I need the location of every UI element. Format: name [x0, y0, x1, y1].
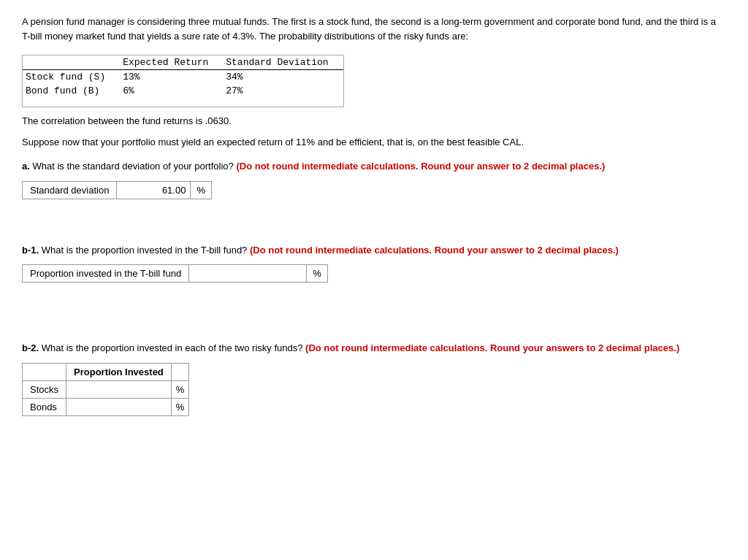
- bonds-unit: %: [171, 398, 189, 415]
- stock-fund-label: Stock fund (S): [23, 70, 120, 85]
- stocks-unit: %: [171, 380, 189, 398]
- question-b1-instruction: (Do not round intermediate calculations.…: [250, 245, 619, 256]
- proportion-header-label: Proportion Invested: [66, 363, 172, 380]
- question-b2-block: b-2. What is the proportion invested in …: [22, 341, 726, 416]
- intro-text: A pension fund manager is considering th…: [22, 15, 726, 43]
- question-b1-answer-row: Proportion invested in the T-bill fund %: [22, 264, 328, 283]
- question-b1-block: b-1. What is the proportion invested in …: [22, 243, 726, 283]
- fund-row-stock: Stock fund (S) 13% 34%: [23, 70, 343, 85]
- question-a-label: a. What is the standard deviation of you…: [22, 159, 726, 174]
- stock-fund-return: 13%: [120, 70, 223, 85]
- tbill-input-cell: [189, 265, 307, 282]
- correlation-text: The correlation between the fund returns…: [22, 115, 726, 126]
- tbill-proportion-input[interactable]: [189, 265, 306, 282]
- std-dev-label: Standard deviation: [23, 182, 117, 199]
- col-fund: [23, 55, 120, 70]
- std-dev-input-cell: [117, 182, 191, 199]
- stocks-input-cell: [66, 380, 172, 398]
- question-b2-bold-label: b-2.: [22, 342, 39, 353]
- question-a-text: What is the standard deviation of your p…: [32, 161, 233, 172]
- question-a-answer-row: Standard deviation %: [22, 181, 212, 199]
- stock-fund-stddev: 34%: [223, 70, 343, 85]
- tbill-unit: %: [307, 265, 327, 282]
- stocks-label: Stocks: [23, 380, 66, 398]
- proportion-header-empty: [23, 363, 66, 380]
- question-a-block: a. What is the standard deviation of you…: [22, 159, 726, 199]
- fund-table: Expected Return Standard Deviation Stock…: [23, 55, 343, 98]
- bonds-proportion-input[interactable]: [66, 399, 154, 415]
- bonds-input-cell: [66, 398, 172, 415]
- stocks-proportion-input[interactable]: [66, 381, 154, 398]
- proportion-table: Proportion Invested Stocks % Bonds %: [22, 363, 189, 416]
- col-expected-return: Expected Return: [120, 55, 223, 70]
- question-b2-label: b-2. What is the proportion invested in …: [22, 341, 726, 356]
- tbill-label: Proportion invested in the T-bill fund: [23, 265, 189, 282]
- question-b1-text: What is the proportion invested in the T…: [42, 245, 248, 256]
- question-a-instruction: (Do not round intermediate calculations.…: [236, 161, 605, 172]
- bonds-row: Bonds %: [23, 398, 189, 415]
- proportion-header-unit: [171, 363, 189, 380]
- col-std-dev: Standard Deviation: [223, 55, 343, 70]
- question-b2-instruction: (Do not round intermediate calculations.…: [305, 342, 679, 353]
- fund-row-bond: Bond fund (B) 6% 27%: [23, 84, 343, 98]
- bond-fund-label: Bond fund (B): [23, 84, 120, 98]
- bonds-label: Bonds: [23, 398, 66, 415]
- bond-fund-return: 6%: [120, 84, 223, 98]
- std-dev-input[interactable]: [117, 182, 190, 199]
- proportion-table-header-row: Proportion Invested: [23, 363, 189, 380]
- std-dev-unit: %: [191, 182, 211, 199]
- stocks-row: Stocks %: [23, 380, 189, 398]
- question-b1-label: b-1. What is the proportion invested in …: [22, 243, 726, 258]
- question-b2-text: What is the proportion invested in each …: [42, 342, 303, 353]
- fund-table-wrapper: Expected Return Standard Deviation Stock…: [22, 55, 344, 107]
- fund-table-header: Expected Return Standard Deviation: [23, 55, 343, 70]
- question-a-bold-label: a.: [22, 161, 30, 172]
- suppose-text: Suppose now that your portfolio must yie…: [22, 137, 726, 147]
- bond-fund-stddev: 27%: [223, 84, 343, 98]
- question-b1-bold-label: b-1.: [22, 245, 39, 256]
